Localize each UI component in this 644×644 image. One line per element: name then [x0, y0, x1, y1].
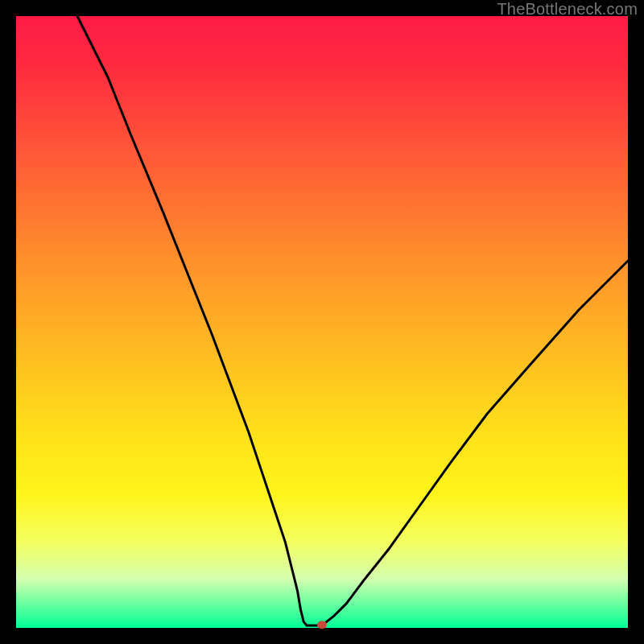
- bottleneck-curve: [77, 16, 628, 625]
- chart-frame: TheBottleneck.com: [0, 0, 644, 644]
- chart-svg: [16, 16, 628, 628]
- plot-area: [16, 16, 628, 628]
- minimum-marker: [317, 621, 327, 629]
- watermark-text: TheBottleneck.com: [497, 0, 638, 19]
